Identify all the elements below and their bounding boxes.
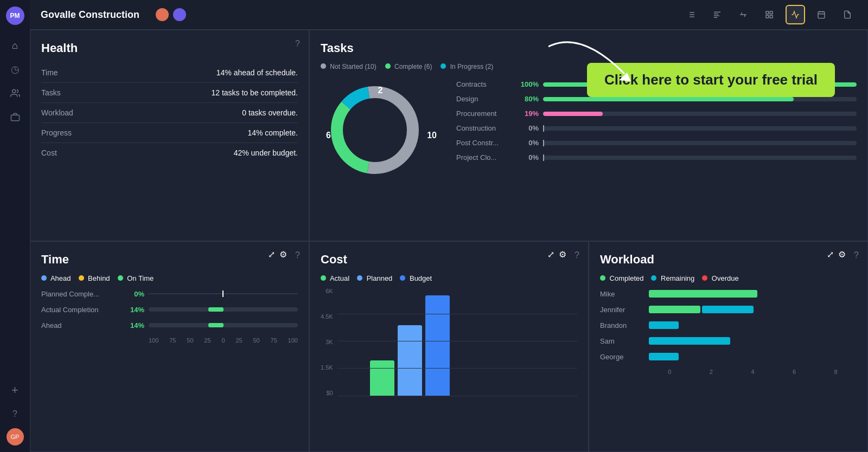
- docs-icon[interactable]: [838, 5, 857, 24]
- cost-help-icon[interactable]: ?: [575, 250, 579, 260]
- health-row: Tasks12 tasks to be completed.: [41, 83, 298, 103]
- workload-bars-george: [649, 353, 857, 360]
- avatar[interactable]: GP: [7, 428, 24, 445]
- legend-budget: Budget: [400, 274, 432, 282]
- workload-remaining-jennifer: [702, 306, 754, 313]
- cost-settings-icon[interactable]: ⚙: [559, 249, 566, 260]
- donut-label-left: 6: [326, 131, 331, 140]
- svg-point-0: [12, 89, 15, 93]
- workload-name-jennifer: Jennifer: [600, 306, 649, 314]
- cost-expand-icon[interactable]: ⤢: [547, 249, 554, 260]
- workload-expand-icon[interactable]: ⤢: [827, 249, 834, 260]
- workload-remaining-sam: [649, 337, 730, 345]
- time-x-axis: 100 75 50 25 0 25 50 75 100: [41, 337, 298, 344]
- arrow-overlay: [538, 41, 635, 87]
- workload-bars-jennifer: [649, 306, 857, 313]
- legend-complete-label: Complete (6): [394, 63, 432, 70]
- workload-row-sam: Sam: [600, 337, 857, 345]
- page-title: Govalle Construction: [41, 9, 139, 21]
- tasks-donut: 2 6 10: [321, 76, 440, 195]
- workload-row-jennifer: Jennifer: [600, 306, 857, 314]
- cost-chart: 6K 4.5K 3K 1.5K $0: [321, 288, 577, 396]
- legend-overdue: Overdue: [702, 274, 738, 282]
- task-bar-label: Procurement: [456, 109, 516, 118]
- time-rows: Planned Comple... 0% Actual Completion 1…: [41, 290, 298, 330]
- workload-name-sam: Sam: [600, 337, 649, 345]
- task-bar-label: Design: [456, 95, 516, 103]
- sidebar-item-users[interactable]: [5, 83, 25, 103]
- legend-complete: Complete (6): [385, 63, 432, 70]
- health-value: 14% complete.: [247, 128, 298, 137]
- workload-axis-0: 0: [668, 369, 671, 375]
- cost-bars: [337, 288, 577, 396]
- health-label: Time: [41, 68, 58, 77]
- time-row-planned: Planned Comple... 0%: [41, 290, 298, 298]
- cost-legend: Actual Planned Budget: [321, 274, 577, 282]
- legend-not-started-label: Not Started (10): [330, 63, 376, 70]
- svg-marker-23: [619, 73, 631, 81]
- workload-help-icon[interactable]: ?: [854, 250, 859, 260]
- cost-bar-actual: [370, 360, 394, 396]
- legend-behind: Behind: [79, 274, 110, 282]
- health-help-icon[interactable]: ?: [295, 39, 300, 49]
- time-help-icon[interactable]: ?: [295, 250, 300, 260]
- workload-panel: Workload ⤢ ⚙ ? Completed Remaining Overd…: [589, 241, 868, 453]
- svg-rect-19: [818, 12, 825, 18]
- grid-icon[interactable]: [760, 5, 779, 24]
- health-label: Workload: [41, 108, 73, 117]
- list-view-icon[interactable]: [681, 5, 701, 24]
- timeline-icon[interactable]: [733, 5, 753, 24]
- donut-label-right: 10: [427, 131, 437, 140]
- task-bar-label: Contracts: [456, 80, 516, 88]
- workload-row-brandon: Brandon: [600, 321, 857, 330]
- health-value: 0 tasks overdue.: [242, 108, 298, 117]
- health-value: 42% under budget.: [234, 148, 298, 157]
- workload-axis-8: 8: [834, 369, 838, 375]
- cost-bar-planned: [398, 325, 422, 396]
- health-value: 14% ahead of schedule.: [216, 68, 298, 77]
- workload-settings-icon[interactable]: ⚙: [838, 249, 846, 260]
- time-ahead-track: [149, 323, 298, 327]
- time-expand-icon[interactable]: ⤢: [268, 249, 275, 260]
- cost-bar-budget: [425, 295, 450, 396]
- health-label: Cost: [41, 148, 57, 157]
- gantt-icon[interactable]: [707, 5, 727, 24]
- help-icon[interactable]: ?: [5, 404, 25, 424]
- time-settings-icon[interactable]: ⚙: [279, 249, 287, 260]
- workload-x-axis: 0 2 4 6 8: [600, 369, 857, 375]
- cost-panel: Cost ⤢ ⚙ ? Actual Planned Budget 6K 4.5K…: [309, 241, 589, 453]
- time-title: Time: [41, 253, 298, 267]
- time-legend: Ahead Behind On Time: [41, 274, 298, 282]
- workload-row-mike: Mike: [600, 290, 857, 298]
- time-planned-pct: 0%: [123, 290, 144, 298]
- task-bar-row: Procurement 19%: [456, 109, 857, 118]
- time-row-actual: Actual Completion 14%: [41, 306, 298, 314]
- cost-y-45k: 4.5K: [321, 313, 333, 320]
- add-icon[interactable]: +: [5, 380, 25, 400]
- workload-row-george: George: [600, 353, 857, 361]
- sidebar-item-home[interactable]: ⌂: [5, 36, 25, 55]
- cost-bar-group: [370, 295, 450, 396]
- workload-remaining-brandon: [649, 321, 679, 329]
- svg-rect-16: [770, 11, 773, 14]
- dashboard-icon[interactable]: [786, 5, 805, 24]
- avatar-1: [155, 7, 170, 22]
- legend-planned: Planned: [357, 274, 392, 282]
- workload-axis-2: 2: [710, 369, 713, 375]
- time-planned-label: Planned Comple...: [41, 290, 123, 298]
- workload-rows: Mike Jennifer Brandon: [600, 290, 857, 361]
- workload-name-mike: Mike: [600, 290, 649, 298]
- sidebar-item-activity[interactable]: ◷: [5, 60, 25, 79]
- health-panel: Health ? Time14% ahead of schedule.Tasks…: [30, 30, 309, 241]
- task-bar-pct: 0%: [516, 153, 539, 162]
- workload-title: Workload: [600, 253, 857, 267]
- cost-y-15k: 1.5K: [321, 364, 333, 371]
- calendar-icon[interactable]: [812, 5, 831, 24]
- sidebar-item-portfolio[interactable]: [5, 107, 25, 127]
- health-value: 12 tasks to be completed.: [211, 88, 298, 97]
- legend-ahead: Ahead: [41, 274, 71, 282]
- app-logo[interactable]: PM: [6, 7, 24, 25]
- cost-y-6k: 6K: [321, 288, 333, 294]
- donut-label-top: 2: [378, 86, 383, 95]
- health-label: Progress: [41, 128, 72, 137]
